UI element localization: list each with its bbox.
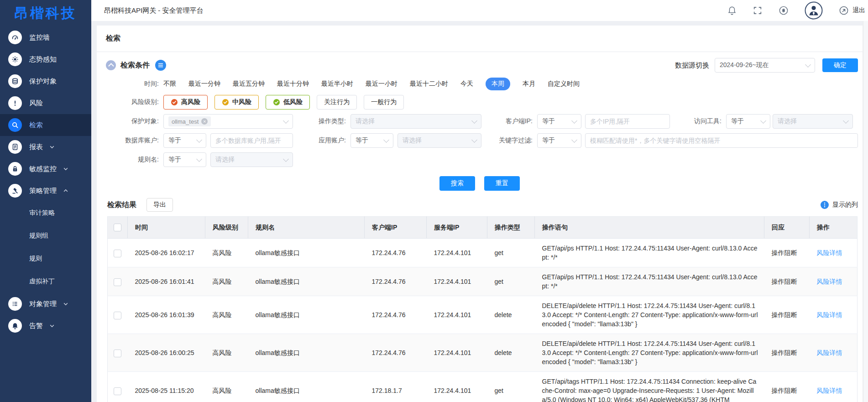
access-tool-operator-select[interactable]: 等于 bbox=[726, 114, 770, 129]
time-option[interactable]: 最近五分钟 bbox=[233, 78, 265, 90]
client-ip-input[interactable] bbox=[585, 114, 670, 129]
row-checkbox[interactable] bbox=[114, 350, 121, 357]
cell-risk-level: 高风险 bbox=[205, 267, 248, 296]
client-ip-operator-select[interactable]: 等于 bbox=[537, 114, 581, 129]
cell-server-ip: 172.24.4.101 bbox=[427, 239, 487, 267]
protect-object-label: 保护对象: bbox=[97, 117, 163, 125]
sidebar-item-alarm[interactable]: 告警 bbox=[0, 315, 91, 337]
scrollbar-track[interactable] bbox=[863, 21, 868, 402]
risk-detail-link[interactable]: 风险详情 bbox=[817, 349, 842, 356]
risk-detail-link[interactable]: 风险详情 bbox=[817, 278, 842, 285]
keyword-operator-select[interactable]: 等于 bbox=[537, 133, 581, 148]
cell-server-ip: 172.24.4.101 bbox=[427, 267, 487, 296]
table-row: 2025-08-26 16:01:41高风险ollama敏感接口172.24.4… bbox=[108, 267, 858, 296]
risk-level-button[interactable]: 中风险 bbox=[214, 95, 259, 110]
row-checkbox[interactable] bbox=[114, 278, 121, 286]
risk-detail-link[interactable]: 风险详情 bbox=[817, 387, 842, 394]
row-checkbox-cell bbox=[108, 334, 128, 372]
time-option[interactable]: 最近半小时 bbox=[321, 78, 353, 90]
sidebar-item-search[interactable]: 检索 bbox=[0, 114, 91, 136]
sidebar-item-label: 保护对象 bbox=[29, 77, 57, 86]
time-option[interactable]: 本月 bbox=[523, 78, 535, 90]
cell-server-ip: 172.24.4.101 bbox=[427, 334, 487, 372]
operation-type-select[interactable]: 请选择 bbox=[350, 114, 481, 129]
rule-name-select[interactable]: 请选择 bbox=[210, 152, 293, 167]
sidebar-item-protect[interactable]: 保护对象 bbox=[0, 70, 91, 92]
cell-risk-level: 高风险 bbox=[205, 296, 248, 334]
time-label: 时间: bbox=[97, 80, 163, 88]
sidebar-subitem[interactable]: 虚拟补丁 bbox=[0, 270, 91, 293]
tag-text: ollma_test bbox=[172, 118, 199, 125]
db-account-label: 数据库账户: bbox=[97, 136, 163, 145]
select-all-checkbox[interactable] bbox=[114, 224, 121, 231]
gauge-icon bbox=[8, 31, 22, 44]
chevron-down-icon bbox=[383, 137, 389, 143]
time-option[interactable]: 最近十分钟 bbox=[277, 78, 309, 90]
avatar-icon[interactable] bbox=[805, 1, 823, 20]
access-tool-select[interactable]: 请选择 bbox=[773, 114, 853, 129]
app-account-label: 应用账户: bbox=[293, 136, 350, 145]
condition-menu-icon[interactable] bbox=[155, 60, 166, 71]
sidebar-item-situation[interactable]: 态势感知 bbox=[0, 48, 91, 70]
sidebar-subitem[interactable]: 审计策略 bbox=[0, 202, 91, 224]
datasource-select[interactable]: 2024-09-26~现在 bbox=[715, 58, 815, 73]
risk-level-button[interactable]: 一般行为 bbox=[364, 95, 404, 110]
cell-time: 2025-08-25 11:15:20 bbox=[128, 372, 205, 402]
db-account-operator-select[interactable]: 等于 bbox=[163, 133, 206, 148]
time-option[interactable]: 最近一分钟 bbox=[188, 78, 220, 90]
filters-header: 检索条件 数据源切换 2024-09-26~现在 确定 bbox=[97, 58, 863, 72]
time-option[interactable]: 自定义时间 bbox=[548, 78, 580, 90]
risk-icon bbox=[8, 96, 22, 110]
selected-tag: ollma_test × bbox=[168, 116, 211, 126]
sidebar-item-lock[interactable]: 敏感监控 bbox=[0, 158, 91, 180]
sidebar-item-objects[interactable]: 对象管理 bbox=[0, 293, 91, 315]
sidebar-subitem[interactable]: 规则 bbox=[0, 247, 91, 270]
risk-detail-link[interactable]: 风险详情 bbox=[817, 311, 842, 318]
remove-tag-icon[interactable]: × bbox=[201, 118, 208, 125]
sidebar-item-policy[interactable]: 策略管理 bbox=[0, 180, 91, 202]
link-icon[interactable] bbox=[778, 5, 789, 16]
app-account-select[interactable]: 请选择 bbox=[397, 133, 481, 148]
search-button[interactable]: 搜索 bbox=[439, 176, 475, 191]
app-account-operator-select[interactable]: 等于 bbox=[350, 133, 393, 148]
check-circle-icon bbox=[273, 99, 280, 106]
sidebar-item-risk[interactable]: 风险 bbox=[0, 92, 91, 114]
cell-time: 2025-08-26 16:02:17 bbox=[128, 239, 205, 267]
sidebar-subitem[interactable]: 规则组 bbox=[0, 224, 91, 247]
logout-button[interactable]: 退出 bbox=[838, 5, 865, 16]
sidebar-item-label: 检索 bbox=[29, 121, 43, 130]
fullscreen-icon[interactable] bbox=[753, 5, 763, 16]
row-checkbox[interactable] bbox=[114, 250, 121, 257]
time-option[interactable]: 不限 bbox=[163, 78, 176, 90]
risk-level-button[interactable]: 低风险 bbox=[266, 95, 310, 110]
results-header: 检索结果 导出 显示的列 bbox=[107, 198, 858, 212]
time-option[interactable]: 最近一小时 bbox=[366, 78, 397, 90]
column-header: 服务端IP bbox=[427, 217, 487, 239]
time-option[interactable]: 本周 bbox=[486, 78, 510, 90]
rule-name-operator-select[interactable]: 等于 bbox=[163, 152, 206, 167]
time-option[interactable]: 今天 bbox=[460, 78, 473, 90]
bell-icon[interactable] bbox=[727, 5, 737, 16]
situation-icon bbox=[8, 52, 22, 66]
confirm-button[interactable]: 确定 bbox=[822, 58, 858, 72]
risk-level-button[interactable]: 关注行为 bbox=[317, 95, 357, 110]
cell-client-ip: 172.24.4.76 bbox=[365, 239, 427, 267]
reset-button[interactable]: 重置 bbox=[484, 176, 520, 191]
keyword-filter-input[interactable] bbox=[585, 133, 858, 148]
time-option[interactable]: 最近十二小时 bbox=[410, 78, 448, 90]
show-columns-button[interactable]: 显示的列 bbox=[821, 201, 858, 209]
row-checkbox[interactable] bbox=[114, 387, 121, 395]
column-header: 回应 bbox=[764, 217, 810, 239]
cell-time: 2025-08-26 16:00:25 bbox=[128, 334, 205, 372]
risk-level-button[interactable]: 高风险 bbox=[163, 95, 208, 110]
sidebar-item-report[interactable]: 报表 bbox=[0, 136, 91, 158]
export-button[interactable]: 导出 bbox=[146, 198, 173, 212]
policy-icon bbox=[8, 184, 22, 198]
risk-detail-link[interactable]: 风险详情 bbox=[817, 249, 842, 256]
db-account-input[interactable] bbox=[210, 133, 293, 148]
row-checkbox[interactable] bbox=[114, 312, 121, 319]
protect-object-select[interactable]: ollma_test × bbox=[163, 114, 293, 129]
collapse-section-button[interactable] bbox=[106, 60, 116, 70]
sidebar-item-gauge[interactable]: 监控墙 bbox=[0, 26, 91, 48]
sidebar-item-label: 态势感知 bbox=[29, 55, 57, 64]
